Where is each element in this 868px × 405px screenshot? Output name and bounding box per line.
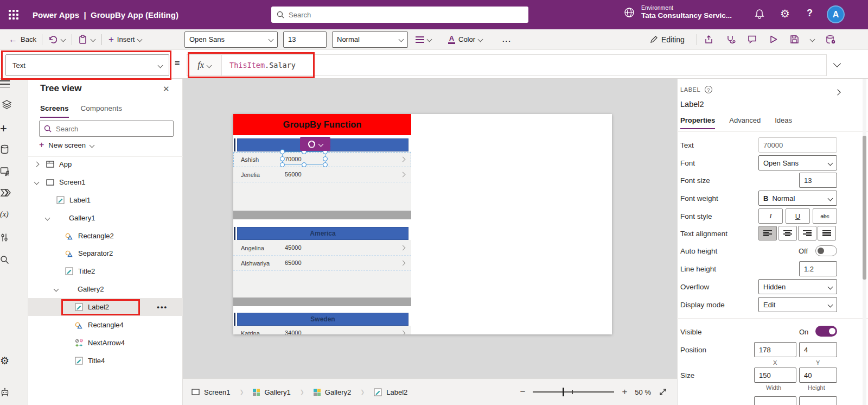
- tree-item-gallery1[interactable]: Gallery1: [28, 209, 183, 227]
- rail-menu-icon[interactable]: [0, 80, 10, 87]
- avatar[interactable]: A: [827, 5, 845, 23]
- font-weight-dropdown[interactable]: Normal: [332, 31, 408, 48]
- gallery-row[interactable]: Jenelia 56000: [233, 167, 411, 182]
- environment-picker[interactable]: Environment Tata Consultancy Servic...: [623, 4, 732, 21]
- tree-search-input[interactable]: [56, 125, 169, 133]
- insert-button[interactable]: + Insert: [108, 34, 142, 45]
- overflow-dropdown[interactable]: Hidden: [758, 279, 837, 294]
- tree-item-app[interactable]: App: [28, 155, 183, 173]
- tree-item-title4[interactable]: Title4: [28, 352, 183, 370]
- global-search-box[interactable]: [271, 7, 528, 23]
- resize-handle[interactable]: [323, 156, 328, 161]
- undo-menu-chevron[interactable]: [61, 37, 65, 41]
- tree-item-rectangle4[interactable]: Rectangle4: [28, 316, 183, 334]
- zoom-slider[interactable]: [533, 391, 614, 393]
- tree-item-screen1[interactable]: Screen1: [28, 173, 183, 191]
- visible-toggle[interactable]: [815, 326, 837, 337]
- chevron-right-icon[interactable]: [400, 261, 406, 266]
- breadcrumb-gallery1[interactable]: Gallery1: [253, 388, 290, 396]
- strikethrough-button[interactable]: abc: [813, 208, 837, 224]
- rail-search-icon[interactable]: [0, 255, 9, 264]
- chevron-right-icon[interactable]: [400, 331, 406, 334]
- resize-handle[interactable]: [280, 162, 285, 167]
- position-y-input[interactable]: [799, 342, 837, 357]
- formula-input[interactable]: fx ThisItem.Salary: [187, 54, 827, 76]
- gallery-row[interactable]: Katrina 34000: [233, 326, 411, 334]
- size-width-input[interactable]: [754, 368, 796, 383]
- auto-height-toggle[interactable]: [815, 245, 837, 256]
- gallery-action-pill[interactable]: [300, 137, 330, 151]
- text-value-input[interactable]: [758, 137, 837, 153]
- breadcrumb-label2[interactable]: Label2: [374, 388, 407, 396]
- breadcrumb-screen1[interactable]: Screen1: [192, 388, 230, 396]
- fx-dropdown[interactable]: fx: [187, 55, 222, 75]
- underline-button[interactable]: U: [786, 208, 810, 224]
- tree-search-box[interactable]: [39, 121, 174, 137]
- undo-button[interactable]: [48, 35, 57, 44]
- editing-mode-button[interactable]: Editing: [650, 35, 685, 44]
- canvas-app-title-bar[interactable]: GroupBy Function: [233, 114, 411, 135]
- panel-collapse-chevron[interactable]: [835, 88, 840, 96]
- group-header-america[interactable]: America: [237, 227, 409, 240]
- tab-advanced[interactable]: Advanced: [729, 116, 761, 129]
- font-dropdown[interactable]: Open Sans: [758, 155, 837, 170]
- rail-variables-icon[interactable]: (x): [0, 210, 9, 219]
- align-left-button[interactable]: [758, 226, 777, 241]
- global-search-input[interactable]: [289, 11, 523, 19]
- resize-handle[interactable]: [323, 162, 328, 167]
- display-mode-dropdown[interactable]: Edit: [758, 297, 837, 312]
- rail-settings-gear-icon[interactable]: ⚙: [0, 355, 9, 367]
- formula-bar-expand-chevron[interactable]: [834, 60, 840, 68]
- text-alignment-button[interactable]: [416, 36, 431, 43]
- rail-power-automate-icon[interactable]: [0, 188, 11, 197]
- resize-handle[interactable]: [280, 149, 285, 154]
- tree-item-nextarrow4[interactable]: NextArrow4: [28, 334, 183, 352]
- zoom-slider-thumb[interactable]: [563, 388, 564, 396]
- more-options-icon[interactable]: •••: [157, 303, 168, 311]
- font-size-input[interactable]: [799, 173, 837, 188]
- help-circle-icon[interactable]: ?: [705, 86, 712, 93]
- resize-handle[interactable]: [280, 156, 285, 161]
- formula-text[interactable]: ThisItem.Salary: [222, 55, 296, 75]
- settings-gear-icon[interactable]: ⚙: [780, 7, 790, 20]
- publish-button[interactable]: [826, 35, 836, 45]
- font-size-input[interactable]: 13: [283, 31, 327, 48]
- waffle-icon[interactable]: [9, 10, 18, 20]
- rail-tree-view-icon[interactable]: [2, 99, 27, 110]
- save-button[interactable]: [790, 35, 799, 44]
- tree-item-rectangle2[interactable]: Rectangle2: [28, 227, 183, 245]
- rail-virtual-agent-icon[interactable]: [0, 388, 10, 397]
- size-height-input[interactable]: [799, 368, 837, 383]
- font-family-dropdown[interactable]: Open Sans: [184, 31, 278, 48]
- tab-properties[interactable]: Properties: [680, 116, 715, 129]
- tree-item-gallery2[interactable]: Gallery2: [28, 280, 183, 298]
- breadcrumb-gallery2[interactable]: Gallery2: [314, 388, 351, 396]
- zoom-out-button[interactable]: −: [520, 387, 525, 397]
- rail-advanced-tools-icon[interactable]: [0, 233, 9, 242]
- zoom-in-button[interactable]: +: [622, 387, 627, 397]
- italic-button[interactable]: I: [758, 208, 783, 224]
- tree-item-label2[interactable]: Label2 •••: [28, 298, 183, 316]
- gallery-row[interactable]: Aishwariya 65000: [233, 256, 411, 271]
- fit-to-window-icon[interactable]: [659, 388, 667, 396]
- selected-control-outline[interactable]: [282, 151, 326, 165]
- property-selector-dropdown[interactable]: Text: [5, 54, 169, 76]
- rail-insert-icon[interactable]: +: [0, 122, 7, 136]
- share-button[interactable]: [704, 35, 714, 44]
- tree-item-label1[interactable]: Label1: [28, 191, 183, 209]
- next-field-input[interactable]: [754, 396, 796, 405]
- position-x-input[interactable]: [754, 342, 796, 357]
- rail-data-icon[interactable]: [0, 144, 9, 154]
- group-header-sweden[interactable]: Sweden: [237, 313, 409, 326]
- tab-screens[interactable]: Screens: [40, 104, 69, 118]
- chevron-right-icon[interactable]: [400, 172, 406, 178]
- panel-scrollbar-thumb[interactable]: [863, 136, 866, 280]
- chevron-right-icon[interactable]: [400, 245, 406, 251]
- paste-menu-chevron[interactable]: [91, 37, 95, 41]
- line-height-input[interactable]: [799, 261, 837, 276]
- notifications-bell-icon[interactable]: [754, 8, 765, 20]
- color-button[interactable]: A Color: [448, 35, 482, 44]
- align-justify-button[interactable]: [818, 226, 836, 241]
- app-checker-button[interactable]: [726, 35, 736, 45]
- help-icon[interactable]: ?: [807, 8, 813, 19]
